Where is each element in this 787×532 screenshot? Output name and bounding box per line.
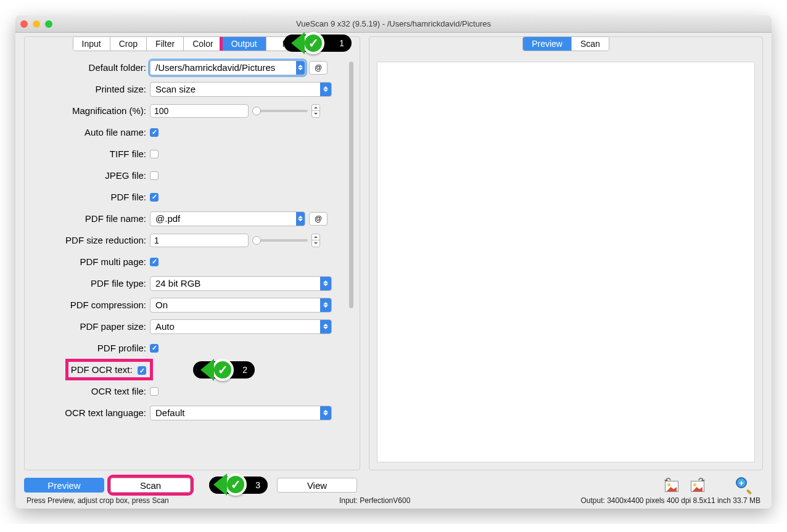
annotation-check-2: [212, 359, 234, 381]
pdf-size-reduction-stepper[interactable]: [311, 234, 320, 247]
rotate-left-button[interactable]: ↶: [663, 477, 680, 493]
status-center: Input: PerfectionV600: [339, 496, 410, 505]
tiff-file-checkbox[interactable]: [150, 150, 159, 158]
magnification-stepper[interactable]: [311, 104, 320, 118]
label-ocr-text-file: OCR text file:: [30, 386, 150, 396]
label-pdf-size-reduction: PDF size reduction:: [30, 235, 150, 245]
pdf-paper-size-select[interactable]: Auto: [150, 319, 332, 334]
label-pdf-compression: PDF compression:: [30, 300, 150, 310]
label-default-folder: Default folder:: [30, 62, 150, 73]
pdf-size-reduction-input[interactable]: [150, 234, 249, 247]
pdf-file-checkbox[interactable]: [150, 193, 159, 202]
ocr-text-file-checkbox[interactable]: [150, 387, 159, 396]
annotation-arrow-1: [291, 32, 305, 54]
pdf-file-name-combo[interactable]: @.pdf: [150, 211, 305, 226]
close-window-button[interactable]: [20, 20, 28, 28]
action-button-row: Preview Scan 3 View ↶ ↷ +: [24, 470, 763, 495]
app-window: VueScan 9 x32 (9.5.19) - /Users/hamrickd…: [15, 15, 772, 509]
annotation-arrow-3: [213, 473, 227, 496]
annotation-arrow-2: [200, 359, 214, 381]
magnification-slider[interactable]: [252, 110, 308, 112]
pdf-profile-checkbox[interactable]: [150, 344, 159, 353]
content-area: Input Crop Filter Color Output Prefs 1: [15, 33, 772, 509]
settings-pane: Input Crop Filter Color Output Prefs 1: [24, 36, 360, 470]
label-auto-file-name: Auto file name:: [30, 127, 150, 137]
auto-file-name-checkbox[interactable]: [150, 128, 159, 137]
status-bar: Press Preview, adjust crop box, press Sc…: [24, 495, 763, 506]
preview-pane: Preview Scan: [369, 36, 763, 470]
left-tab-bar: Input Crop Filter Color Output Prefs: [73, 36, 312, 51]
form-area: Default folder: /Users/hamrickdavid/Pict…: [30, 57, 353, 465]
label-tiff-file: TIFF file:: [30, 149, 150, 159]
window-controls: [20, 20, 52, 28]
tab-output[interactable]: Output: [223, 37, 266, 51]
label-pdf-file-name: PDF file name:: [30, 213, 150, 224]
preview-canvas: [377, 62, 755, 462]
annotation-check-1: [302, 32, 324, 54]
scan-button[interactable]: Scan: [110, 478, 191, 493]
label-pdf-file-type: PDF file type:: [30, 278, 150, 289]
ocr-text-language-select[interactable]: Default: [150, 406, 332, 420]
label-pdf-file: PDF file:: [30, 192, 150, 202]
tab-crop[interactable]: Crop: [110, 37, 147, 51]
tab-color[interactable]: Color: [184, 37, 222, 51]
title-bar: VueScan 9 x32 (9.5.19) - /Users/hamrickd…: [15, 15, 772, 33]
window-title: VueScan 9 x32 (9.5.19) - /Users/hamrickd…: [15, 19, 772, 28]
label-pdf-profile: PDF profile:: [30, 343, 150, 353]
tab-filter[interactable]: Filter: [147, 37, 184, 51]
printed-size-select[interactable]: Scan size: [150, 82, 332, 97]
annotation-check-3: [225, 473, 247, 496]
pdf-file-type-select[interactable]: 24 bit RGB: [150, 276, 332, 291]
magnification-input[interactable]: [150, 104, 249, 118]
status-left: Press Preview, adjust crop box, press Sc…: [27, 496, 169, 505]
preview-button[interactable]: Preview: [24, 478, 104, 493]
label-pdf-multi-page: PDF multi page:: [30, 256, 150, 267]
tab-preview[interactable]: Preview: [523, 37, 572, 51]
status-right: Output: 3400x4400 pixels 400 dpi 8.5x11 …: [580, 496, 760, 505]
label-printed-size: Printed size:: [30, 84, 150, 94]
label-ocr-text-language: OCR text language:: [30, 407, 150, 418]
minimize-window-button[interactable]: [33, 20, 40, 28]
pdf-multi-page-checkbox[interactable]: [150, 258, 159, 266]
default-folder-combo[interactable]: /Users/hamrickdavid/Pictures: [150, 60, 305, 75]
label-magnification: Magnification (%):: [30, 105, 150, 116]
pdf-ocr-text-checkbox[interactable]: [138, 366, 146, 375]
label-pdf-paper-size: PDF paper size:: [30, 321, 150, 332]
label-pdf-ocr-text: PDF OCR text:: [71, 364, 133, 375]
scrollbar[interactable]: [349, 62, 353, 308]
default-folder-at-button[interactable]: @: [309, 61, 328, 75]
jpeg-file-checkbox[interactable]: [150, 171, 159, 180]
pdf-file-name-at-button[interactable]: @: [309, 212, 328, 226]
zoom-in-button[interactable]: +: [736, 477, 752, 493]
view-button[interactable]: View: [277, 478, 357, 493]
rotate-right-button[interactable]: ↷: [689, 477, 706, 493]
pdf-size-reduction-slider[interactable]: [252, 239, 308, 242]
tab-input[interactable]: Input: [73, 37, 110, 51]
label-jpeg-file: JPEG file:: [30, 170, 150, 181]
right-tab-bar: Preview Scan: [522, 36, 609, 51]
zoom-window-button[interactable]: [45, 20, 52, 28]
tab-scan[interactable]: Scan: [572, 37, 609, 51]
pdf-compression-select[interactable]: On: [150, 298, 332, 313]
